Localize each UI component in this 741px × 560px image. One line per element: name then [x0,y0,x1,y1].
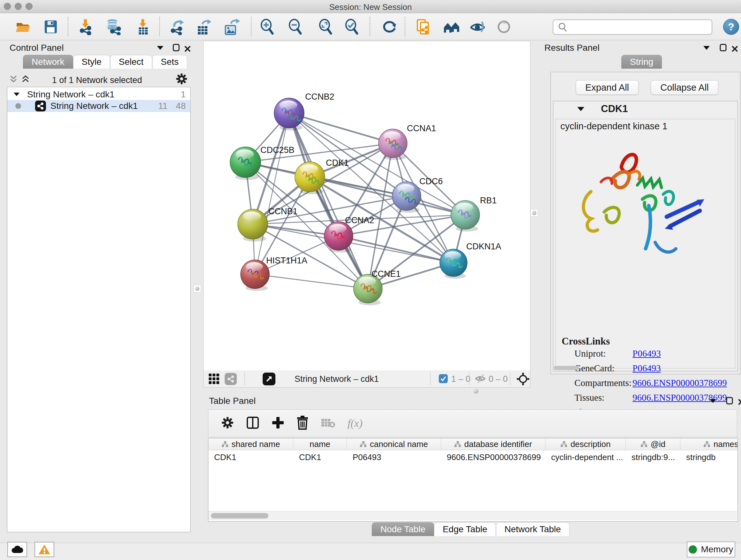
netbar-separator [510,372,510,385]
help-button[interactable]: ? [723,19,739,35]
gene-collapse-icon[interactable] [577,106,585,113]
tab-edge-table[interactable]: Edge Table [434,522,496,536]
table-panel-float-icon[interactable] [726,396,733,406]
right-splitter-handle[interactable] [530,209,538,217]
edge-count: 48 [176,101,186,111]
control-panel-close-icon[interactable]: ✕ [184,44,192,55]
network-view-toolbar: String Network – cdk1 1 – 0 0 – 0 [203,370,530,388]
tab-select[interactable]: Select [110,55,152,69]
network-row[interactable]: String Network – cdk1 11 48 [7,100,190,112]
control-panel-title: Control Panel [10,43,64,53]
bottom-splitter-handle[interactable] [474,389,478,394]
tab-node-table[interactable]: Node Table [372,522,434,536]
table-panel-menu-icon[interactable] [709,398,717,405]
save-session-button[interactable] [42,18,60,36]
search-input[interactable] [569,21,712,33]
control-panel-float-icon[interactable] [172,44,180,53]
results-panel-float-icon[interactable] [719,44,727,53]
automation-cloud-button[interactable] [7,542,27,557]
expand-all-button[interactable]: Expand All [576,80,638,95]
import-network-icon [77,18,94,35]
column-header[interactable]: shared name [208,438,293,450]
column-header[interactable]: namespace [680,438,738,450]
import-network-button[interactable] [77,18,95,36]
cell-id: stringdb:9... [626,450,680,464]
clone-network-button[interactable] [414,18,432,36]
import-network-from-database-button[interactable] [105,18,123,36]
results-panel-close-icon[interactable]: ✕ [731,44,739,55]
export-image-button[interactable] [223,18,241,36]
tab-style[interactable]: Style [73,55,110,69]
toolbar-search [553,19,712,35]
column-header[interactable]: database identifier [441,438,545,450]
results-panel-menu-icon[interactable] [703,45,711,52]
import-table-button[interactable] [134,18,152,36]
collection-expand-icon [13,92,20,97]
selected-checkbox[interactable] [439,374,448,383]
string-network-icon [35,101,46,111]
show-all-button[interactable] [495,18,513,36]
column-header[interactable]: name [293,438,347,450]
tab-string[interactable]: String [621,55,662,69]
network-label: String Network – cdk1 [51,101,138,111]
database-icon [105,18,122,35]
network-options-gear-icon[interactable] [176,73,188,86]
table-panel-close-icon[interactable]: ✕ [737,396,741,408]
fit-content-button[interactable] [317,18,335,36]
collapse-all-button[interactable]: Collapse All [651,80,718,95]
open-session-button[interactable] [14,18,32,36]
column-header[interactable]: @id [626,438,680,450]
fit-content-icon [318,18,334,35]
left-splitter-handle[interactable] [193,285,201,293]
export-table-button[interactable] [195,18,212,36]
table-hscrollbar[interactable] [208,511,737,520]
hide-selected-button[interactable] [469,18,487,36]
crosslink-label: GeneCard: [575,363,615,374]
edge-CCNA2-CDKN1A[interactable] [339,236,454,263]
column-header[interactable]: canonical name [347,438,441,450]
zoom-in-button[interactable] [259,18,276,36]
warnings-button[interactable] [35,542,54,557]
edge-HIST1H1A-CCNB2[interactable] [255,113,289,274]
crosslink-genecard-link[interactable]: P06493 [632,363,661,374]
navigator-crosshair-icon[interactable] [516,372,530,387]
network-canvas[interactable]: CCNB2CCNA1CDC25BCDK1CDC6RB1CCNB1CCNA2CDK… [203,41,530,371]
network-share-view-icon[interactable] [225,373,237,385]
open-in-window-button[interactable] [263,373,275,385]
table-row[interactable]: CDK1 CDK1 P06493 9606.ENSP00000378699 cy… [208,450,738,464]
table-hscrollbar-thumb[interactable] [211,513,268,518]
node-label-RB1: RB1 [480,196,497,205]
results-panel: Results Panel ✕ String Expand All Collap… [543,41,741,393]
string-network-graph[interactable]: CCNB2CCNA1CDC25BCDK1CDC6RB1CCNB1CCNA2CDK… [204,41,529,370]
zoom-out-button[interactable] [286,18,305,36]
first-neighbors-button[interactable] [443,18,461,36]
network-status-dot [15,103,21,109]
show-columns-icon[interactable] [246,416,259,431]
column-header[interactable]: description [545,438,626,450]
grid-view-icon[interactable] [208,373,220,386]
zoom-selected-button[interactable] [343,18,361,36]
tab-network-table[interactable]: Network Table [496,522,569,536]
edge-HIST1H1A-CCNE1[interactable] [255,274,368,289]
tab-network[interactable]: Network [23,55,73,69]
delete-table-icon-disabled [321,417,335,430]
table-options-gear-icon[interactable] [221,416,234,430]
memory-button[interactable]: Memory [687,542,735,557]
control-panel-menu-icon[interactable] [156,45,164,52]
delete-column-trash-icon[interactable] [296,416,309,431]
tab-sets[interactable]: Sets [152,55,187,69]
toolbar-separator [251,17,252,36]
title-bar: Session: New Session [0,0,741,13]
crosslink-compartments-link[interactable]: 9606.ENSP00000378699 [632,378,727,388]
results-hscrollbar-thumb[interactable] [554,366,579,370]
edge-CCNB2-CCNA1[interactable] [289,113,393,143]
apply-layout-button[interactable] [381,18,399,36]
crosslink-uniprot-link[interactable]: P06493 [632,348,661,359]
cell-canonical-name: P06493 [347,450,441,464]
netbar-separator [245,372,245,385]
export-network-icon [169,18,186,35]
add-column-icon[interactable] [272,416,284,430]
crosslink-label: Compartments: [575,378,631,388]
network-collection-row[interactable]: String Network – cdk1 1 [7,88,190,101]
export-network-button[interactable] [169,18,186,36]
